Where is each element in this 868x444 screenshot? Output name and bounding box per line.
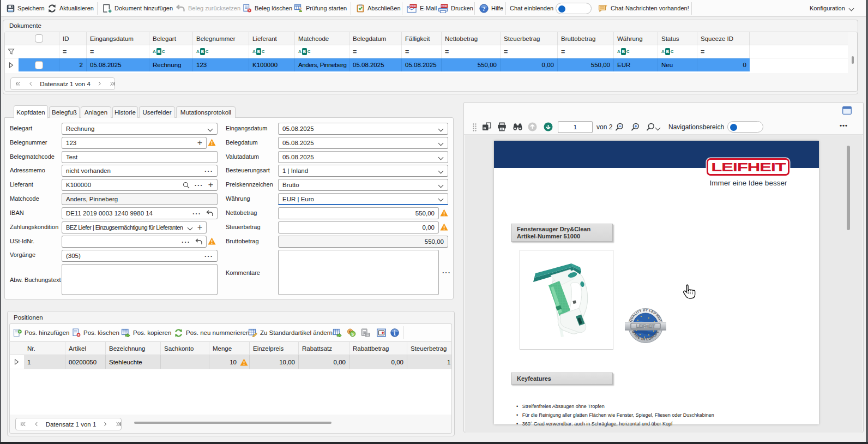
svg-text:$: $ [352, 332, 354, 337]
svg-text:PDF: PDF [410, 4, 417, 8]
svg-text:PDF: PDF [441, 4, 448, 8]
svg-text:?: ? [483, 5, 486, 11]
svg-text:LEIFHEIT: LEIFHEIT [636, 324, 655, 329]
